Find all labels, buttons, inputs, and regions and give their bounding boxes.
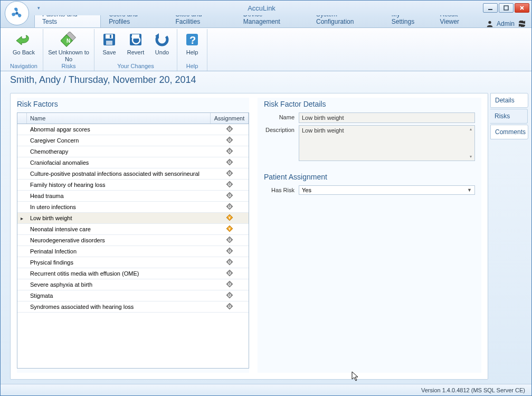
minimize-icon	[488, 5, 493, 11]
user-icon	[486, 20, 493, 27]
assignment-cell[interactable]: U	[211, 124, 249, 135]
table-row[interactable]: Severe asphyxia at birthU	[17, 279, 249, 290]
close-button[interactable]	[515, 3, 529, 13]
row-marker	[17, 173, 27, 175]
side-tab-details[interactable]: Details	[490, 93, 528, 108]
row-marker	[17, 239, 27, 241]
row-marker	[17, 228, 27, 230]
col-assignment[interactable]: Assignment	[211, 113, 249, 124]
table-row[interactable]: ▸Low birth weightY	[17, 213, 249, 224]
scroll-up-icon[interactable]: ▴	[468, 127, 473, 132]
row-marker	[17, 150, 27, 153]
svg-text:U: U	[229, 172, 231, 175]
window-title: AccuLink	[40, 4, 483, 12]
refresh-icon[interactable]	[518, 21, 526, 27]
maximize-button[interactable]	[499, 3, 514, 13]
assignment-cell[interactable]: U	[211, 290, 249, 301]
side-tab-comments[interactable]: Comments	[490, 125, 528, 139]
table-row[interactable]: Craniofacial anomaliesU	[17, 157, 249, 168]
table-row[interactable]: Syndromes associated with hearing lossU	[17, 301, 249, 313]
assignment-cell[interactable]: U	[211, 257, 249, 268]
col-marker[interactable]	[17, 113, 27, 124]
svg-text:U: U	[229, 249, 231, 253]
assignment-cell[interactable]: U	[211, 157, 249, 168]
ribbon-tabs: Patients and Tests Users and Profiles Si…	[1, 15, 531, 28]
assignment-cell[interactable]: U	[211, 146, 249, 157]
svg-text:U: U	[229, 205, 231, 209]
assignment-cell[interactable]: U	[211, 190, 249, 202]
assignment-cell[interactable]: U	[211, 279, 249, 290]
save-button[interactable]: Save	[99, 31, 120, 56]
table-row[interactable]: Caregiver ConcernU	[17, 135, 249, 146]
scroll-down-icon[interactable]: ▾	[468, 154, 473, 159]
table-row[interactable]: Head traumaU	[17, 191, 249, 202]
svg-text:U: U	[229, 194, 231, 197]
revert-button[interactable]: Revert	[124, 31, 147, 56]
table-row[interactable]: ChemotherapyU	[17, 146, 249, 157]
undo-button[interactable]: Undo	[151, 31, 173, 56]
svg-text:U: U	[229, 238, 231, 242]
table-row[interactable]: StigmataU	[17, 290, 249, 301]
go-back-button[interactable]: Go Back	[9, 31, 39, 56]
help-button[interactable]: ? Help	[182, 31, 203, 56]
diamond-n-icon: N	[60, 31, 77, 48]
row-marker	[17, 128, 27, 130]
assignment-cell[interactable]: U	[211, 179, 249, 191]
col-name[interactable]: Name	[27, 113, 211, 124]
svg-rect-1	[488, 9, 492, 10]
assignment-icon: U	[225, 169, 234, 177]
description-field[interactable]: Low birth weight ▴ ▾	[299, 125, 475, 161]
assignment-icon: Y	[225, 213, 234, 222]
set-unknown-to-no-button[interactable]: N Set Unknown to No	[48, 31, 90, 62]
name-field[interactable]: Low birth weight	[299, 112, 475, 123]
assignment-icon: U	[225, 180, 234, 188]
assignment-cell[interactable]: U	[211, 234, 249, 246]
table-row[interactable]: Abnormal apgar scoresU	[17, 124, 249, 135]
svg-text:U: U	[229, 149, 231, 153]
svg-text:?: ?	[189, 34, 196, 46]
table-row[interactable]: Family history of hearing lossU	[17, 180, 249, 191]
revert-icon	[127, 31, 144, 48]
risk-name: Syndromes associated with hearing loss	[27, 303, 211, 311]
table-row[interactable]: Recurrent otitis media with effusion (OM…	[17, 268, 249, 279]
has-risk-select[interactable]: Yes ▼	[299, 185, 475, 195]
table-row[interactable]: Perinatal InfectionU	[17, 246, 249, 257]
minimize-button[interactable]	[483, 3, 498, 13]
app-logo[interactable]	[5, 1, 29, 25]
side-tab-risks[interactable]: Risks	[490, 109, 528, 124]
row-marker	[17, 295, 27, 297]
assignment-cell[interactable]: U	[211, 268, 249, 279]
table-row[interactable]: Neurodegenerative disordersU	[17, 235, 249, 246]
svg-rect-2	[504, 6, 508, 10]
assignment-cell[interactable]: Y	[211, 223, 249, 235]
risk-name: Culture-positive postnatal infections as…	[27, 169, 211, 178]
svg-rect-9	[106, 41, 112, 45]
svg-text:U: U	[229, 127, 231, 131]
table-row[interactable]: Physical findingsU	[17, 257, 249, 268]
table-row[interactable]: Neonatal intensive careY	[17, 224, 249, 235]
risk-name: Recurrent otitis media with effusion (OM…	[27, 269, 211, 278]
svg-text:U: U	[229, 161, 231, 164]
table-row[interactable]: In utero infectionsU	[17, 202, 249, 213]
assignment-cell[interactable]: U	[211, 201, 249, 213]
name-label: Name	[264, 112, 299, 120]
assignment-icon: U	[225, 258, 234, 266]
user-label[interactable]: Admin	[497, 20, 515, 27]
assignment-icon: U	[225, 158, 234, 166]
assignment-cell[interactable]: U	[211, 301, 249, 313]
risk-name: Chemotherapy	[27, 147, 211, 156]
description-label: Description	[264, 125, 299, 133]
risk-name: Caregiver Concern	[27, 136, 211, 145]
risk-factors-grid[interactable]: Name Assignment Abnormal apgar scoresUCa…	[17, 112, 249, 369]
side-tabs: Details Risks Comments	[490, 93, 528, 380]
assignment-cell[interactable]: Y	[211, 212, 249, 224]
risk-name: Abnormal apgar scores	[27, 125, 211, 134]
assignment-cell[interactable]: U	[211, 135, 249, 146]
svg-text:Y: Y	[229, 227, 231, 231]
patient-assignment-title: Patient Assignment	[264, 171, 475, 185]
risk-name: Head trauma	[27, 192, 211, 200]
assignment-cell[interactable]: U	[211, 246, 249, 257]
assignment-icon: U	[225, 280, 234, 288]
assignment-cell[interactable]: U	[211, 168, 249, 180]
table-row[interactable]: Culture-positive postnatal infections as…	[17, 168, 249, 180]
